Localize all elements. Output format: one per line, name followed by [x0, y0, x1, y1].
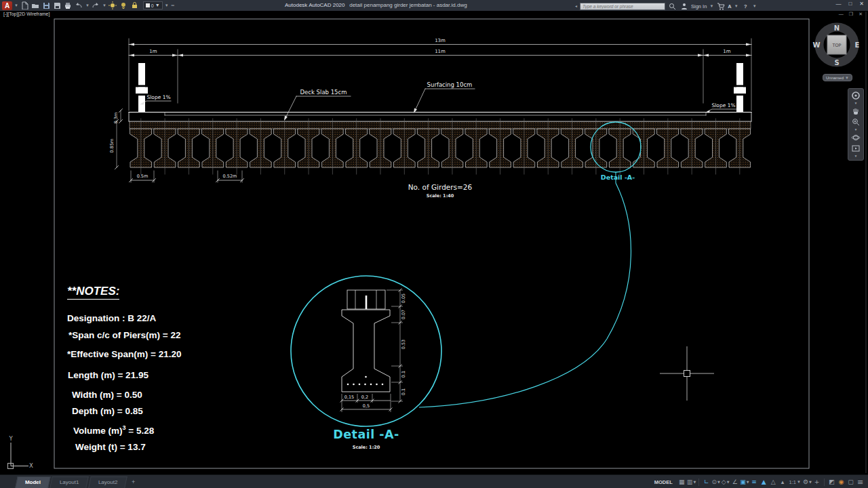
autocad-logo-icon[interactable]: A: [2, 1, 12, 10]
menu-icon[interactable]: ≡: [856, 477, 865, 487]
app-menu-caret-icon[interactable]: ▼: [14, 3, 18, 7]
infocenter-collapse-icon[interactable]: ◂: [575, 4, 577, 8]
ucs-x-label: X: [29, 462, 33, 469]
app-store-cart-icon[interactable]: [716, 2, 725, 11]
detail-dim-007: 0.07: [401, 310, 406, 319]
clean-screen-icon[interactable]: ▢: [846, 477, 855, 487]
account-caret-icon[interactable]: ▼: [734, 4, 738, 8]
save-web-mobile-icon[interactable]: [119, 1, 128, 10]
note-volume: Volume (m)3 = 5.28: [73, 424, 154, 436]
undo-caret-icon[interactable]: ▼: [85, 3, 90, 7]
user-icon[interactable]: [679, 2, 688, 11]
note-length: Length (m) = 21.95: [68, 370, 149, 380]
status-bar: Model Layout1 Layout2 + MODEL ▦ ▥▼ ∟ ⊙▼ …: [0, 474, 868, 488]
viewport-controls[interactable]: [-][Top][2D Wireframe]: [3, 12, 50, 16]
doc-minimize-button[interactable]: —: [839, 12, 844, 17]
tab-layout1[interactable]: Layout1: [50, 476, 89, 488]
grid-icon[interactable]: ▦: [677, 477, 686, 487]
dim-girder-depth: 0.85m: [109, 139, 115, 153]
view-pill-label: Unnamed: [826, 76, 844, 80]
girder-profile: [342, 310, 390, 392]
new-file-icon[interactable]: [20, 1, 29, 10]
callout-label: Detail -A-: [601, 174, 635, 181]
sign-in-caret-icon[interactable]: ▼: [709, 4, 713, 8]
quick-access-toolbar: A ▼ ▼ ▼: [0, 1, 175, 10]
zoom-caret-icon[interactable]: ▼: [854, 128, 858, 131]
workspace-gear-icon[interactable]: ⚙▼: [803, 477, 812, 487]
qat-expand-icon[interactable]: ≂: [171, 3, 175, 8]
dim-total: 13m: [435, 38, 446, 43]
sign-in-button[interactable]: Sign In: [691, 3, 707, 9]
tab-model[interactable]: Model: [15, 476, 51, 488]
new-layout-button[interactable]: +: [127, 479, 139, 485]
help-caret-icon[interactable]: ▼: [753, 4, 757, 8]
viewcube-north: N: [834, 24, 840, 32]
redo-icon[interactable]: [92, 1, 100, 10]
orbit-icon[interactable]: [851, 133, 861, 142]
lineweight-icon[interactable]: ≡: [750, 477, 759, 487]
isodraft-icon[interactable]: ◇▼: [721, 477, 730, 487]
customization-plus-icon[interactable]: +: [812, 477, 821, 487]
detail-title: Detail -A-: [333, 428, 399, 441]
slope-right-label: Slope 1%: [711, 102, 735, 108]
annotation-visibility-icon[interactable]: ▲: [760, 477, 768, 487]
tab-layout2[interactable]: Layout2: [88, 476, 127, 488]
dim-inner: 11m: [435, 49, 446, 54]
save-as-icon[interactable]: [53, 1, 62, 10]
open-folder-icon[interactable]: [31, 1, 40, 10]
autodesk-account-icon[interactable]: A: [728, 3, 731, 9]
detail-dim-015: 0,15: [344, 394, 354, 400]
autoscale-icon[interactable]: △: [769, 477, 778, 487]
model-space-label[interactable]: MODEL: [654, 479, 673, 485]
plot-icon[interactable]: [64, 1, 73, 10]
osnap-icon[interactable]: ▣▼: [740, 477, 749, 487]
otrack-icon[interactable]: ∠: [730, 477, 739, 487]
annotation-scale-control[interactable]: 1:1▼: [789, 479, 801, 485]
lock-icon: [130, 1, 139, 10]
zoom-icon[interactable]: [851, 117, 861, 127]
redo-caret-icon[interactable]: ▼: [102, 3, 106, 7]
isolate-objects-icon[interactable]: ◩: [827, 477, 836, 487]
doc-close-button[interactable]: ✕: [859, 12, 863, 17]
open-web-mobile-icon[interactable]: [108, 1, 117, 10]
viewcube-west: W: [812, 41, 820, 49]
note-designation: Designation : B 22/A: [67, 313, 156, 323]
dim-flange-width: 0.5m: [137, 174, 149, 179]
app-name: Autodesk AutoCAD 2020: [285, 2, 345, 8]
pan-hand-icon[interactable]: [851, 106, 861, 116]
view-pill-caret-icon[interactable]: ▼: [845, 76, 849, 80]
note-effective-span: *Effective Span(m) = 21.20: [67, 349, 181, 359]
wheel-caret-icon[interactable]: ▼: [854, 102, 858, 105]
deck-slab-label: Deck Slab 15cm: [300, 89, 347, 96]
railing-post-right: [734, 63, 746, 113]
search-input[interactable]: [580, 3, 665, 10]
girders-note: No. of Girders=26: [408, 183, 473, 191]
navbar-caret-icon[interactable]: ▼: [854, 155, 858, 158]
polar-tracking-icon[interactable]: ⊙▼: [711, 477, 720, 487]
layer-control[interactable]: 0 ▼: [143, 1, 163, 9]
layer-value: 0: [151, 3, 154, 8]
bridge-scale-note: Scale: 1:40: [427, 193, 454, 199]
window-close-button[interactable]: ✕: [859, 1, 864, 7]
dim-spacing: 0.52m: [223, 174, 237, 179]
save-icon[interactable]: [42, 1, 51, 10]
view-cube[interactable]: N W E S TOP: [808, 19, 865, 73]
qat-customize-icon[interactable]: ▼: [165, 3, 169, 7]
layer-caret-icon[interactable]: ▼: [155, 3, 160, 7]
help-icon[interactable]: ?: [741, 2, 750, 11]
ortho-icon[interactable]: ∟: [702, 477, 711, 487]
graphics-performance-icon[interactable]: ◉: [837, 477, 846, 487]
notes-heading: **NOTES:: [67, 285, 119, 300]
window-minimize-button[interactable]: —: [835, 1, 841, 7]
annotation-people-icon[interactable]: ▴: [778, 477, 787, 487]
undo-icon[interactable]: [75, 1, 83, 10]
doc-restore-button[interactable]: ❐: [849, 12, 853, 17]
window-maximize-button[interactable]: □: [848, 1, 852, 7]
search-icon[interactable]: [668, 2, 677, 11]
window-title: Autodesk AutoCAD 2020 detail penampang g…: [285, 2, 467, 8]
showmotion-icon[interactable]: [851, 144, 861, 153]
snap-icon[interactable]: ▥▼: [687, 477, 696, 487]
detail-dim-01b: 0.1: [401, 388, 406, 395]
navigation-wheel-icon[interactable]: [851, 91, 861, 100]
named-view-pill[interactable]: Unnamed ▼: [823, 74, 852, 81]
